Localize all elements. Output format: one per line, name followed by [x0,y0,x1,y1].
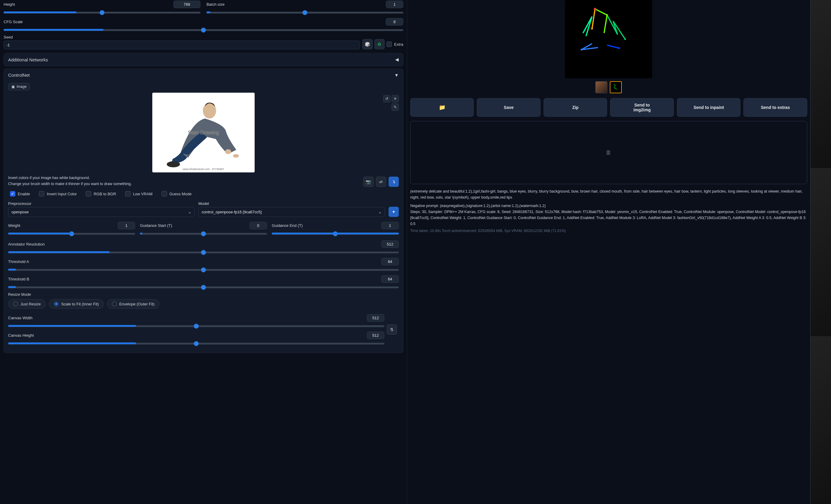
canvas-watermark: www.shutterstock.com · 67740967 [152,168,255,171]
send-extras-button[interactable]: Send to extras [743,98,807,117]
svg-point-1 [167,161,180,167]
preprocessor-select[interactable]: openpose⌄ [8,207,195,217]
resize-just-radio[interactable]: Just Resize [8,299,46,309]
preprocessor-label: Preprocessor [8,201,195,206]
canvasw-value[interactable]: 512 [367,314,384,322]
seed-extra-check[interactable]: Extra [386,41,403,47]
expand-icon: ▼ [394,72,399,78]
side-strip [810,0,831,504]
cfg-value[interactable]: 8 [386,18,403,26]
cfg-label: CFG Scale [4,20,23,24]
enable-check[interactable]: Enable [10,191,30,197]
detect-button[interactable]: ✦ [389,207,399,217]
thra-value[interactable]: 64 [381,258,399,265]
hint-line-1: Invert colors if your image has white ba… [8,175,132,181]
close-icon[interactable]: ✕ [392,95,399,102]
collapse-icon: ◀ [395,57,399,62]
svg-point-8 [580,49,582,51]
swap-dimensions-button[interactable]: ⇅ [387,324,397,335]
seed-reuse-button[interactable]: ♻ [374,39,385,49]
resize-outer-radio[interactable]: Envelope (Outer Fit) [107,299,160,309]
svg-point-7 [624,38,626,40]
batchsize-value[interactable]: 1 [386,1,403,8]
edit-icon[interactable]: ✎ [392,103,399,111]
zip-button[interactable]: Zip [544,98,607,117]
negative-prompt-text: Negative prompt: (easynegative),(signatu… [410,203,807,209]
batchsize-label: Batch size [206,2,225,7]
guess-mode-check[interactable]: Guess Mode [162,191,192,197]
output-image[interactable] [565,0,652,78]
chevron-down-icon: ⌄ [378,210,382,214]
controlnet-header[interactable]: ControlNet ▼ [4,69,403,81]
params-text: Steps: 30, Sampler: DPM++ 2M Karras, CFG… [410,209,807,227]
file-drop-zone[interactable]: 🗎 [410,121,807,184]
send-dimensions-button[interactable]: ↴ [389,177,399,187]
gstart-value[interactable]: 0 [250,222,267,229]
height-slider[interactable] [4,12,200,13]
lowvram-check[interactable]: Low VRAM [125,191,152,197]
annot-slider[interactable] [8,251,399,254]
cfg-slider[interactable] [4,29,403,31]
canvash-slider[interactable] [8,343,384,345]
webcam-button[interactable]: 📷 [363,177,374,187]
hint-line-2: Change your brush width to make it thinn… [8,181,132,187]
thrb-label: Threshold B [8,277,29,281]
image-tab[interactable]: ▣ Image [8,83,30,90]
file-icon: 🗎 [606,149,611,156]
height-label: Height [4,2,15,7]
resize-mode-label: Resize Mode [8,292,399,297]
svg-point-4 [594,8,596,10]
svg-point-6 [606,14,608,16]
chevron-down-icon: ⌄ [188,210,192,214]
thra-label: Threshold A [8,259,29,264]
canvasw-label: Canvas Width [8,316,32,320]
batchsize-slider[interactable] [206,12,403,13]
canvasw-slider[interactable] [8,325,384,327]
weight-label: Weight [8,223,20,228]
timing-text: Time taken: 10.90s Torch active/reserved… [410,229,807,233]
annot-value[interactable]: 512 [381,240,399,248]
resize-inner-radio[interactable]: Scale to Fit (Inner Fit) [49,299,104,309]
model-label: Model [198,201,385,206]
thumbnail-1[interactable] [595,81,607,93]
thrb-value[interactable]: 64 [381,275,399,283]
seed-random-button[interactable]: 🎲 [362,39,373,49]
send-img2img-button[interactable]: Send to img2img [610,98,674,117]
svg-point-3 [233,154,239,158]
model-select[interactable]: control_openpose-fp16 [9ca67cc5]⌄ [198,207,385,217]
weight-value[interactable]: 1 [118,222,135,229]
annot-label: Annotator Resolution [8,242,45,246]
open-folder-button[interactable]: 📁 [410,98,474,117]
seed-label: Seed [4,35,360,39]
weight-slider[interactable] [8,233,135,235]
svg-point-9 [618,47,620,49]
gend-label: Guidance End (T) [272,223,303,228]
save-button[interactable]: Save [477,98,541,117]
height-value[interactable]: 768 [173,1,200,8]
thra-slider[interactable] [8,269,399,271]
controlnet-image-canvas[interactable]: Start Drawing www.shutterstock.com · 677… [152,93,255,172]
thumbnail-2[interactable] [610,81,622,93]
canvash-label: Canvas Height [8,333,34,337]
undo-icon[interactable]: ↺ [383,95,390,102]
thrb-slider[interactable] [8,287,399,288]
rgb-bgr-check[interactable]: RGB to BGR [86,191,116,197]
canvas-overlay-text: Start Drawing [188,130,219,136]
prompt-text: (extremely delicate and beautiful:1.2),1… [410,188,807,200]
svg-point-5 [591,28,593,29]
gstart-slider[interactable] [140,233,267,235]
canvash-value[interactable]: 512 [367,332,384,339]
seed-input[interactable] [4,40,360,49]
additional-networks-header[interactable]: Additional Networks ◀ [4,53,403,66]
svg-point-2 [225,149,231,154]
swap-button[interactable]: ⇄ [376,177,386,187]
send-inpaint-button[interactable]: Send to inpaint [677,98,741,117]
gend-slider[interactable] [272,233,399,235]
invert-input-check[interactable]: Invert Input Color [39,191,77,197]
gend-value[interactable]: 1 [381,222,399,229]
gstart-label: Guidance Start (T) [140,223,172,228]
